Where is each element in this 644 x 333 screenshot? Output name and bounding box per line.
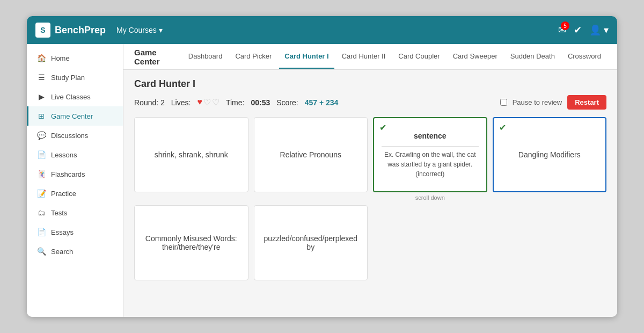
game-info-bar: Round: 2 Lives: ♥ ♡ ♡ Time: 00:53 Score:… bbox=[134, 95, 606, 110]
check-button[interactable]: ✔ bbox=[574, 24, 582, 36]
score-display: 457 + 234 bbox=[305, 98, 339, 107]
logo-icon: S bbox=[35, 23, 50, 38]
check-icon: ✔ bbox=[379, 122, 386, 133]
notification-badge: 5 bbox=[561, 21, 569, 30]
practice-icon: 📝 bbox=[37, 189, 46, 198]
card-relative-pronouns[interactable]: Relative Pronouns bbox=[254, 117, 368, 192]
lessons-icon: 📄 bbox=[37, 150, 46, 159]
card-title: sentence bbox=[382, 131, 479, 142]
hearts-display: ♥ ♡ ♡ bbox=[197, 97, 219, 107]
tabs-bar: Game Center Dashboard Card Picker Card H… bbox=[123, 44, 617, 70]
card-text: Commonly Misused Words: their/there/they… bbox=[142, 234, 240, 251]
game-center-icon: ⊞ bbox=[37, 112, 46, 120]
restart-button[interactable]: Restart bbox=[567, 95, 606, 110]
sidebar-item-discussions[interactable]: 💬 Discussions bbox=[27, 126, 123, 145]
logo-area: S BenchPrep bbox=[35, 23, 106, 38]
sidebar-item-label: Live Classes bbox=[51, 93, 91, 101]
sidebar-item-label: Discussions bbox=[51, 132, 88, 140]
sidebar-item-label: Tests bbox=[51, 209, 67, 217]
sidebar-item-label: Lessons bbox=[51, 151, 77, 159]
empty-card-slot-1 bbox=[373, 205, 487, 280]
timer-display: 00:53 bbox=[251, 98, 270, 107]
card-dangling-modifiers[interactable]: ✔ Dangling Modifiers bbox=[493, 117, 607, 192]
card-text: puzzled/confused/perplexed by bbox=[262, 234, 360, 251]
card-text: Dangling Modifiers bbox=[518, 150, 581, 159]
sidebar-item-flashcards[interactable]: 🃏 Flashcards bbox=[27, 164, 123, 184]
sidebar-item-practice[interactable]: 📝 Practice bbox=[27, 184, 123, 203]
user-button[interactable]: 👤 ▾ bbox=[589, 24, 609, 36]
sidebar-item-live-classes[interactable]: ▶ Live Classes bbox=[27, 87, 123, 106]
sidebar-item-label: Practice bbox=[51, 190, 76, 198]
top-nav: S BenchPrep My Courses ▾ ✉ 5 ✔ 👤 ▾ bbox=[27, 16, 617, 44]
pause-label: Pause to review bbox=[513, 98, 562, 106]
time-label: Time: bbox=[226, 98, 244, 107]
user-icon: 👤 bbox=[589, 25, 601, 35]
sidebar-item-lessons[interactable]: 📄 Lessons bbox=[27, 145, 123, 164]
my-courses-button[interactable]: My Courses ▾ bbox=[116, 26, 163, 34]
sidebar-item-label: Search bbox=[51, 248, 73, 256]
sidebar-item-label: Essays bbox=[51, 228, 74, 236]
round-label: Round: 2 bbox=[134, 98, 165, 107]
sidebar-item-essays[interactable]: 📄 Essays bbox=[27, 222, 123, 242]
card-sentence[interactable]: ✔ sentence Ex. Crawling on the wall, the… bbox=[373, 117, 487, 192]
sidebar-item-study-plan[interactable]: ☰ Study Plan bbox=[27, 68, 123, 87]
empty-card-slot-2 bbox=[493, 205, 607, 280]
card-text: shrink, shrank, shrunk bbox=[155, 150, 228, 159]
tab-card-sweeper[interactable]: Card Sweeper bbox=[448, 45, 503, 69]
card-body-text: Ex. Crawling on the wall, the cat was st… bbox=[382, 150, 479, 179]
main-layout: 🏠 Home ☰ Study Plan ▶ Live Classes ⊞ Gam… bbox=[27, 44, 617, 317]
logo-text: BenchPrep bbox=[55, 25, 106, 36]
tab-crossword[interactable]: Crossword bbox=[562, 45, 606, 69]
nav-icons: ✉ 5 ✔ 👤 ▾ bbox=[558, 24, 609, 36]
live-classes-icon: ▶ bbox=[37, 92, 46, 101]
sidebar-item-tests[interactable]: 🗂 Tests bbox=[27, 203, 123, 222]
check-icon: ✔ bbox=[499, 122, 506, 133]
pause-area: Pause to review Restart bbox=[500, 95, 606, 110]
sidebar-item-label: Game Center bbox=[51, 112, 93, 120]
essays-icon: 📄 bbox=[37, 228, 46, 236]
sidebar-item-home[interactable]: 🏠 Home bbox=[27, 48, 123, 68]
page-content: Card Hunter I Round: 2 Lives: ♥ ♡ ♡ Time… bbox=[123, 70, 617, 289]
sidebar-item-label: Home bbox=[51, 54, 70, 62]
sidebar: 🏠 Home ☰ Study Plan ▶ Live Classes ⊞ Gam… bbox=[27, 44, 123, 317]
chevron-down-icon: ▾ bbox=[604, 25, 609, 35]
flashcards-icon: 🃏 bbox=[37, 170, 46, 178]
card-commonly-misused[interactable]: Commonly Misused Words: their/there/they… bbox=[134, 205, 248, 280]
game-center-title: Game Center bbox=[134, 48, 172, 66]
my-courses-label: My Courses bbox=[116, 26, 157, 34]
tab-card-coupler[interactable]: Card Coupler bbox=[393, 45, 445, 69]
study-plan-icon: ☰ bbox=[37, 73, 46, 82]
heart-empty-2: ♡ bbox=[212, 97, 219, 107]
card-detail-content: sentence Ex. Crawling on the wall, the c… bbox=[382, 131, 479, 179]
sidebar-item-label: Study Plan bbox=[51, 74, 85, 82]
discussions-icon: 💬 bbox=[37, 131, 46, 140]
tests-icon: 🗂 bbox=[37, 208, 46, 217]
search-icon: 🔍 bbox=[37, 247, 46, 256]
notifications-button[interactable]: ✉ 5 bbox=[558, 24, 566, 36]
app-container: S BenchPrep My Courses ▾ ✉ 5 ✔ 👤 ▾ bbox=[27, 16, 617, 317]
tab-dashboard[interactable]: Dashboard bbox=[183, 45, 228, 69]
chevron-down-icon: ▾ bbox=[159, 26, 163, 34]
scroll-hint: scroll down bbox=[415, 194, 445, 201]
page-title: Card Hunter I bbox=[134, 78, 606, 90]
content-area: Game Center Dashboard Card Picker Card H… bbox=[123, 44, 617, 317]
score-label: Score: bbox=[276, 98, 298, 107]
heart-empty-1: ♡ bbox=[203, 97, 211, 107]
lives-label: Lives: bbox=[171, 98, 191, 107]
card-puzzled[interactable]: puzzled/confused/perplexed by bbox=[254, 205, 368, 280]
pause-checkbox[interactable] bbox=[500, 99, 507, 106]
check-circle-icon: ✔ bbox=[574, 25, 582, 35]
sidebar-item-label: Flashcards bbox=[51, 170, 85, 178]
heart-filled-1: ♥ bbox=[197, 97, 202, 107]
tab-card-picker[interactable]: Card Picker bbox=[230, 45, 277, 69]
card-shrink[interactable]: shrink, shrank, shrunk bbox=[134, 117, 248, 192]
cards-grid-bottom: Commonly Misused Words: their/there/they… bbox=[134, 205, 606, 280]
cards-grid-top: shrink, shrank, shrunk Relative Pronouns… bbox=[134, 117, 606, 192]
tab-card-hunter-ii[interactable]: Card Hunter II bbox=[336, 45, 391, 69]
sidebar-item-search[interactable]: 🔍 Search bbox=[27, 242, 123, 261]
tab-card-hunter-i[interactable]: Card Hunter I bbox=[279, 45, 334, 69]
sidebar-item-game-center[interactable]: ⊞ Game Center bbox=[27, 106, 123, 126]
tab-sudden-death[interactable]: Sudden Death bbox=[505, 45, 560, 69]
home-icon: 🏠 bbox=[37, 54, 46, 62]
card-text: Relative Pronouns bbox=[280, 150, 341, 159]
